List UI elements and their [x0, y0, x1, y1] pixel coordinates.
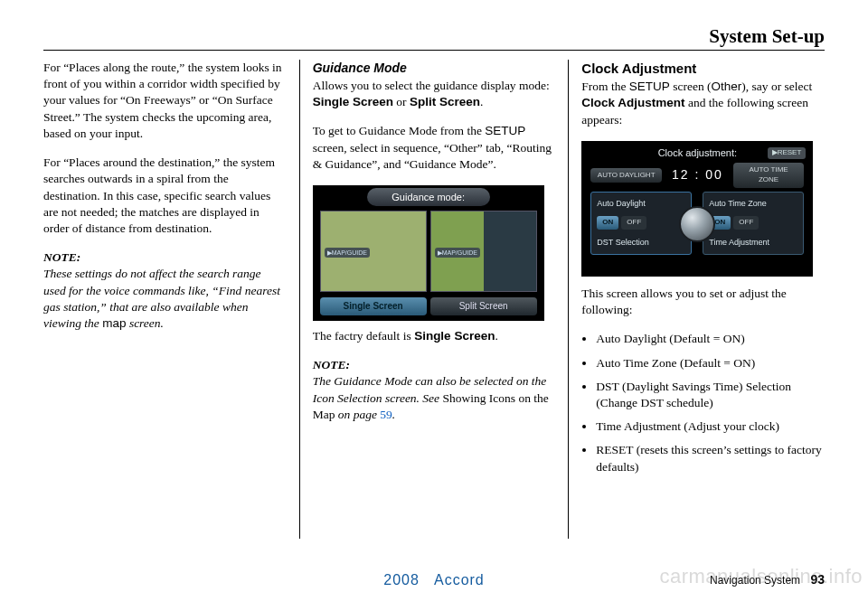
note-heading: NOTE:	[43, 250, 80, 264]
watermark: carmanualsonline.info	[659, 565, 863, 588]
col2-note: NOTE: The Guidance Mode can also be sele…	[313, 357, 556, 423]
col2-p1a: Allows you to select the guidance displa…	[313, 79, 550, 92]
column-divider-2	[568, 60, 569, 539]
footer-year-model: 2008 Accord	[383, 572, 485, 588]
cs-left-on: ON	[597, 216, 618, 230]
col3-p2: This screen allows you to set or adjust …	[581, 286, 825, 318]
col2-note-b: on page	[335, 408, 380, 421]
clock-adjustment-heading: Clock Adjustment	[581, 60, 825, 78]
col2-default-c: .	[495, 329, 497, 343]
column-1: For “Places along the route,” the system…	[43, 60, 297, 539]
cs-right-off: OFF	[733, 216, 759, 230]
col2-p2: To get to Guidance Mode from the SETUP s…	[313, 123, 556, 173]
col2-default-b: Single Screen	[414, 329, 495, 343]
col3-p1b: screen (	[670, 80, 712, 93]
cs-left-label: Auto Daylight	[597, 198, 685, 209]
cs-right-label: Auto Time Zone	[709, 198, 797, 209]
note-body: These settings do not affect the search …	[43, 267, 280, 330]
col3-clock: Clock Adjustment	[581, 96, 684, 109]
col3-p1a: From the	[581, 80, 629, 93]
col3-p1c: ), say or select	[741, 80, 812, 93]
col2-note-pagelink: 59	[380, 408, 392, 421]
column-2: Guidance Mode Allows you to select the g…	[302, 60, 567, 539]
column-divider-1	[299, 60, 300, 539]
guidance-mode-heading: Guidance Mode	[313, 60, 556, 77]
cs-row1: AUTO DAYLIGHT 12 : 00 AUTO TIME ZONE	[590, 166, 804, 184]
cs-panel-right: Auto Time Zone ON OFF Time Adjustment	[703, 192, 804, 255]
gs-split-map	[431, 211, 484, 291]
cs-left-toggle: ON OFF	[597, 216, 685, 230]
col2-p2b: screen, select in sequence, “Other” tab,…	[313, 141, 552, 171]
cs-panel-left: Auto Daylight ON OFF DST Selection	[590, 192, 692, 255]
col1-note: NOTE: These settings do not affect the s…	[43, 249, 287, 332]
col2-note-c: .	[392, 408, 395, 421]
cs-autodaylight-pill: AUTO DAYLIGHT	[590, 168, 662, 183]
col3-other: Other	[712, 80, 742, 93]
col2-p1: Allows you to select the guidance displa…	[313, 78, 556, 110]
guidance-mode-screenshot: Guidance mode: Single Screen Split Scree…	[313, 185, 544, 321]
col2-split: Split Screen	[410, 95, 480, 108]
cs-knob	[679, 206, 715, 242]
gs-btn-split: Split Screen	[430, 297, 537, 315]
cs-reset: ▶RESET	[768, 147, 807, 159]
col2-single: Single Screen	[313, 95, 393, 108]
col2-note-hd: NOTE:	[313, 358, 350, 371]
bullet-2: DST (Daylight Savings Time) Selection (C…	[596, 379, 825, 411]
content-columns: For “Places along the route,” the system…	[43, 60, 825, 539]
gs-pane-split	[430, 211, 537, 292]
header-rule: System Set-up	[43, 25, 825, 51]
col2-or: or	[393, 95, 410, 108]
gs-split-guide	[484, 211, 536, 291]
note-body-b: screen.	[127, 316, 164, 330]
col3-bullets: Auto Daylight (Default = ON) Auto Time Z…	[581, 331, 825, 475]
clock-adjustment-screenshot: Clock adjustment: ▶RESET AUTO DAYLIGHT 1…	[581, 141, 813, 277]
cs-autotimezone-pill: AUTO TIME ZONE	[733, 163, 805, 188]
col2-default: The factry default is Single Screen.	[313, 328, 556, 344]
page-title: System Set-up	[43, 25, 825, 48]
col3-p1: From the SETUP screen (Other), say or se…	[581, 79, 825, 128]
cs-right-toggle: ON OFF	[709, 216, 797, 230]
bullet-0: Auto Daylight (Default = ON)	[596, 331, 825, 347]
bullet-1: Auto Time Zone (Default = ON)	[596, 355, 825, 371]
col1-p1: For “Places along the route,” the system…	[43, 60, 287, 142]
bullet-3: Time Adjustment (Adjust your clock)	[596, 418, 825, 435]
col2-setup: SETUP	[485, 124, 525, 137]
cs-timeadj: Time Adjustment	[709, 237, 797, 248]
col2-default-a: The factry default is	[313, 329, 414, 343]
cs-time: 12 : 00	[667, 166, 728, 183]
col2-note-body: The Guidance Mode can also be selected o…	[313, 374, 549, 420]
cs-dst: DST Selection	[597, 237, 685, 248]
note-map-word: map	[102, 316, 126, 330]
col2-end: .	[480, 95, 483, 108]
cs-left-off: OFF	[621, 216, 646, 230]
col2-p2a: To get to Guidance Mode from the	[313, 124, 486, 137]
bullet-4: RESET (resets this screen’s settings to …	[596, 442, 825, 475]
col1-p2: For “Places around the destination,” the…	[43, 155, 287, 237]
col3-setup: SETUP	[629, 80, 670, 93]
gs-btn-single: Single Screen	[320, 297, 427, 315]
gs-pane-single	[320, 211, 427, 292]
gs-title: Guidance mode:	[367, 188, 490, 206]
column-3: Clock Adjustment From the SETUP screen (…	[571, 60, 825, 539]
